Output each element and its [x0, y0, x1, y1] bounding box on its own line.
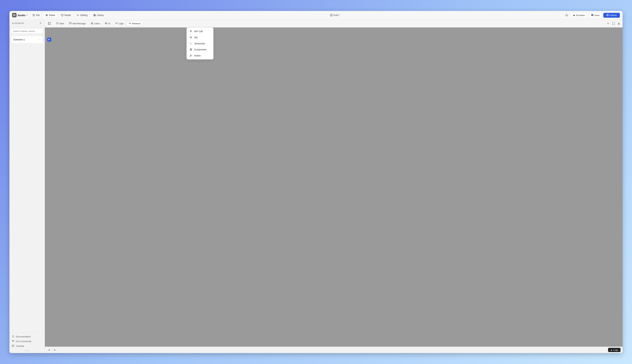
sidebar-footer: Documentation Our Community [10, 332, 45, 353]
logic-icon [115, 22, 118, 25]
svg-rect-17 [69, 22, 71, 24]
studio-chevron-icon: ▾ [27, 14, 28, 16]
sidebar: SCENARIOS + Scenerio-1 ⋯ Documentation [10, 20, 45, 353]
canvas-area: Start Add Message [45, 20, 622, 353]
bottom-bar: ↺ ↻ ▲ Logs [45, 347, 622, 353]
publish-button[interactable]: Publish [603, 13, 620, 18]
studio-logo[interactable]: Studio ▾ [12, 13, 28, 17]
add-message-button[interactable]: Add Message [67, 21, 88, 26]
header: Studio ▾ File Flows [10, 11, 622, 20]
header-center: Draft* [108, 14, 563, 16]
svg-marker-22 [190, 54, 192, 56]
canvas-content [45, 28, 622, 347]
component-item[interactable]: Component [187, 46, 213, 52]
file-icon [32, 14, 35, 16]
nav-file[interactable]: File [30, 13, 42, 18]
scenario-menu-button[interactable]: ⋯ [38, 38, 41, 42]
message-icon [69, 22, 72, 25]
chevron-up-icon: ▲ [610, 349, 612, 351]
logs-button[interactable]: ▲ Logs [608, 348, 620, 352]
svg-rect-1 [15, 14, 15, 15]
community-link[interactable]: Our Community [12, 339, 42, 344]
nav-setting[interactable]: Setting [74, 13, 90, 18]
flows-icon [45, 14, 48, 16]
action-icon [189, 54, 192, 57]
tutorials-icon [12, 344, 15, 347]
play-icon: ▶ [573, 14, 575, 16]
advance-dropdown: API Call Set [187, 28, 214, 60]
start-icon [56, 22, 59, 25]
dark-mode-button[interactable] [564, 12, 570, 18]
action-item[interactable]: Action [187, 52, 213, 59]
svg-rect-0 [13, 14, 14, 15]
documentation-link[interactable]: Documentation [12, 334, 42, 339]
nav-library[interactable]: Library [91, 13, 106, 18]
undo-button[interactable]: ↺ [47, 348, 51, 352]
set-icon [189, 36, 192, 39]
check-circle-icon [606, 14, 609, 17]
scenario-item[interactable]: Scenerio-1 ⋯ [11, 36, 43, 43]
svg-rect-14 [48, 22, 51, 24]
canvas-toolbar: Start Add Message [45, 20, 622, 28]
community-icon [12, 340, 15, 342]
api-call-icon [189, 30, 192, 33]
api-call-item[interactable]: API Call [187, 28, 213, 34]
sidebar-title: SCENARIOS [12, 22, 24, 24]
nav-flows[interactable]: Flows [43, 13, 57, 18]
add-scenario-button[interactable]: + [39, 22, 42, 25]
save-button[interactable]: Save [589, 13, 602, 18]
header-actions: ▶ Emulator Save [564, 12, 620, 18]
documentation-icon [12, 335, 15, 338]
javascript-item[interactable]: Javascript [187, 40, 213, 46]
zoom-in-button[interactable]: + [606, 21, 610, 26]
sidebar-header: SCENARIOS + [10, 20, 45, 27]
svg-rect-3 [15, 15, 15, 16]
ai-icon [105, 22, 107, 25]
emulator-button[interactable]: ▶ Emulator [571, 13, 587, 18]
set-item[interactable]: Set [187, 34, 213, 40]
logic-button[interactable]: Logic [113, 21, 126, 26]
component-icon [189, 48, 192, 51]
draft-badge: Draft* [330, 14, 340, 16]
draft-dot-icon [330, 14, 333, 16]
version-text: v1.1.1 [12, 348, 42, 351]
svg-rect-23 [618, 24, 619, 24]
save-icon [591, 14, 593, 17]
svg-marker-5 [61, 14, 63, 16]
start-button[interactable]: Start [54, 21, 66, 26]
setting-icon [77, 14, 79, 16]
svg-point-7 [331, 15, 332, 16]
redo-button[interactable]: ↻ [53, 348, 57, 352]
svg-point-12 [13, 340, 14, 341]
svg-rect-8 [592, 15, 593, 16]
main-content: SCENARIOS + Scenerio-1 ⋯ Documentation [10, 20, 622, 353]
ai-button[interactable]: AI [103, 21, 112, 26]
panel-toggle-button[interactable] [47, 21, 52, 26]
svg-point-18 [191, 31, 191, 32]
cursor-indicator [47, 38, 51, 42]
search-input[interactable] [11, 29, 43, 34]
lock-button[interactable] [616, 21, 621, 26]
advance-button[interactable]: Advance [127, 21, 143, 26]
svg-point-9 [607, 14, 608, 16]
svg-point-6 [78, 15, 78, 16]
advance-icon [129, 22, 131, 25]
nav-model[interactable]: Model [59, 13, 73, 18]
tutorials-link[interactable]: Tutorials [12, 344, 42, 348]
studio-title: Studio [18, 14, 26, 17]
svg-point-16 [57, 22, 58, 24]
studio-logo-icon [12, 13, 17, 17]
svg-rect-2 [13, 15, 14, 16]
model-icon [61, 14, 64, 16]
library-icon [93, 14, 96, 16]
svg-point-11 [12, 340, 13, 341]
listen-button[interactable]: Listen [89, 21, 102, 26]
fullscreen-button[interactable] [611, 21, 616, 26]
listen-icon [91, 22, 93, 25]
app-window: Studio ▾ File Flows [10, 11, 622, 353]
javascript-icon [189, 42, 192, 45]
